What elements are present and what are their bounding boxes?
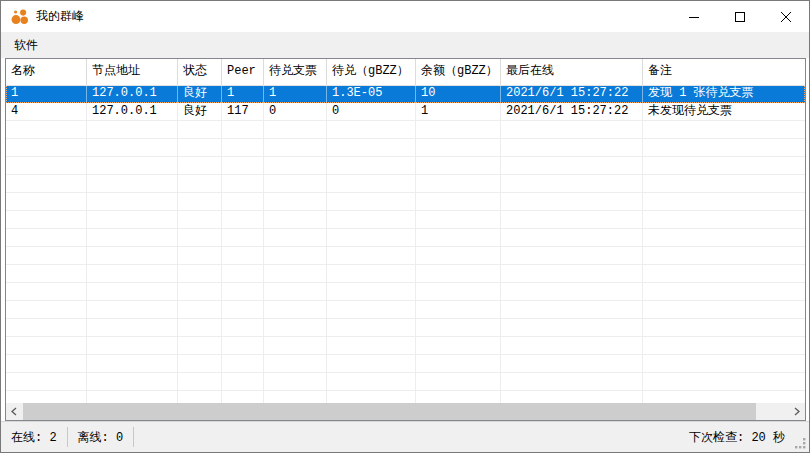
column-header[interactable]: 余额（gBZZ） [416,59,501,85]
window-title: 我的群峰 [36,8,84,25]
column-header[interactable]: 最后在线 [501,59,643,85]
horizontal-scrollbar[interactable] [6,403,805,420]
grid-line-vertical [221,85,222,403]
window-controls [671,1,809,32]
grid-line-vertical [642,85,643,403]
title-bar: 我的群峰 [1,1,809,32]
app-window: 我的群峰 软件 名称节点地址状态Peer待兑 [0,0,810,453]
minimize-icon [689,12,699,22]
column-header[interactable]: 待兑支票 [264,59,327,85]
table-cell: 2021/6/1 15:27:22 [501,103,643,121]
grid-line-vertical [263,85,264,403]
swarm-dots-icon [10,7,29,26]
column-header[interactable]: Peer [222,59,264,85]
table-cell: 117 [222,103,264,121]
column-header[interactable]: 名称 [6,59,87,85]
table-cell: 1 [222,85,264,103]
table-cell: 1.3E-05 [327,85,416,103]
table-cell: 发现 1 张待兑支票 [643,85,805,103]
table-header: 名称节点地址状态Peer待兑支票待兑（gBZZ）余额（gBZZ）最后在线备注 [6,59,805,86]
menu-item-software[interactable]: 软件 [1,33,51,57]
node-list: 名称节点地址状态Peer待兑支票待兑（gBZZ）余额（gBZZ）最后在线备注 1… [5,58,806,421]
chevron-left-icon [10,407,19,416]
maximize-button[interactable] [717,1,763,32]
status-bar: 在线: 2 离线: 0 下次检查: 20 秒 [1,421,809,452]
table-cell: 良好 [178,85,222,103]
grid-line-vertical [415,85,416,403]
table-row[interactable]: 4127.0.0.1良好1170012021/6/1 15:27:22未发现待兑… [6,103,805,121]
table-cell: 1 [416,103,501,121]
online-count: 在线: 2 [1,429,67,446]
table-cell: 未发现待兑支票 [643,103,805,121]
minimize-button[interactable] [671,1,717,32]
table-cell: 127.0.0.1 [87,85,178,103]
column-header[interactable]: 节点地址 [87,59,178,85]
grid-line-vertical [86,85,87,403]
table-row[interactable]: 1127.0.0.1良好111.3E-05102021/6/1 15:27:22… [6,85,805,103]
chevron-right-icon [792,407,801,416]
table-cell: 0 [264,103,327,121]
resize-grip[interactable] [795,438,806,449]
table-cell: 10 [416,85,501,103]
table-cell: 2021/6/1 15:27:22 [501,85,643,103]
table-cell: 1 [264,85,327,103]
scroll-left-button[interactable] [6,403,23,420]
table-cell: 0 [327,103,416,121]
grid-line-vertical [177,85,178,403]
status-separator [133,427,134,447]
column-header[interactable]: 状态 [178,59,222,85]
scroll-right-button[interactable] [788,403,805,420]
next-check-label: 下次检查: 20 秒 [689,429,809,446]
grid-line-vertical [500,85,501,403]
table-body[interactable]: 1127.0.0.1良好111.3E-05102021/6/1 15:27:22… [6,85,805,403]
table-cell: 1 [6,85,87,103]
column-header[interactable]: 备注 [643,59,805,85]
close-icon [781,12,791,22]
scrollbar-thumb[interactable] [23,403,756,420]
table-cell: 4 [6,103,87,121]
maximize-icon [735,12,745,22]
offline-count: 离线: 0 [68,429,134,446]
menu-bar: 软件 [1,32,809,58]
table-cell: 127.0.0.1 [87,103,178,121]
column-header[interactable]: 待兑（gBZZ） [327,59,416,85]
table-cell: 良好 [178,103,222,121]
grid-line-vertical [326,85,327,403]
close-button[interactable] [763,1,809,32]
